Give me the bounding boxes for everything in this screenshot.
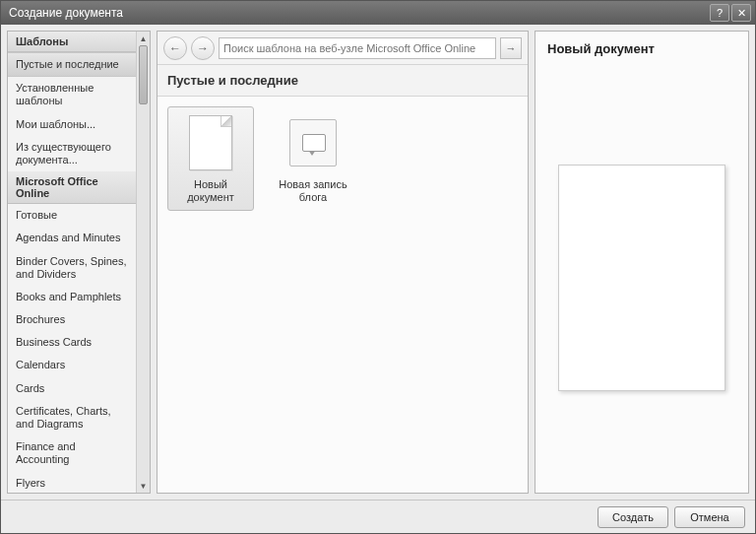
sidebar-item-books[interactable]: Books and Pamphlets (8, 286, 136, 308)
templates-area: Новый документ Новая запись блога (158, 97, 528, 493)
template-new-blog-post[interactable]: Новая запись блога (270, 106, 356, 211)
template-new-document[interactable]: Новый документ (167, 106, 254, 211)
search-go-button[interactable]: → (500, 37, 522, 59)
sidebar-item-business-cards[interactable]: Business Cards (8, 331, 136, 354)
template-label: Новая запись блога (275, 178, 351, 204)
new-document-dialog: Создание документа ? ✕ Шаблоны Пустые и … (0, 0, 756, 534)
preview-area (536, 62, 748, 493)
scroll-up-icon[interactable]: ▲ (137, 32, 150, 45)
sidebar-item-certificates[interactable]: Certificates, Charts, and Diagrams (8, 400, 136, 435)
scroll-down-icon[interactable]: ▼ (137, 479, 150, 493)
sidebar-item-installed-templates[interactable]: Установленные шаблоны (8, 77, 136, 112)
sidebar-item-brochures[interactable]: Brochures (8, 308, 136, 331)
search-box[interactable] (219, 37, 496, 59)
window-title: Создание документа (9, 6, 708, 20)
center-toolbar: ← → → (158, 32, 528, 65)
center-panel: ← → → Пустые и последние Новый документ … (157, 31, 529, 494)
create-button[interactable]: Создать (598, 506, 668, 528)
search-input[interactable] (223, 42, 491, 54)
sidebar-item-blank-recent[interactable]: Пустые и последние (8, 52, 136, 77)
sidebar-item-finance[interactable]: Finance and Accounting (8, 435, 136, 471)
sidebar: Шаблоны Пустые и последние Установленные… (7, 31, 151, 494)
nav-back-button[interactable]: ← (163, 36, 187, 60)
blog-icon (287, 113, 339, 172)
arrow-right-icon: → (197, 41, 209, 55)
arrow-right-icon: → (506, 42, 517, 54)
sidebar-item-agendas[interactable]: Agendas and Minutes (8, 227, 136, 249)
sidebar-scrollbar[interactable]: ▲ ▼ (136, 32, 150, 493)
sidebar-header-templates: Шаблоны (8, 32, 136, 52)
template-label: Новый документ (172, 178, 249, 204)
sidebar-item-from-existing[interactable]: Из существующего документа... (8, 136, 136, 171)
sidebar-item-flyers[interactable]: Flyers (8, 472, 136, 493)
help-button[interactable]: ? (710, 4, 729, 22)
preview-page (558, 165, 725, 391)
document-icon (185, 113, 236, 172)
cancel-button[interactable]: Отмена (674, 506, 745, 528)
nav-forward-button[interactable]: → (191, 36, 215, 60)
arrow-left-icon: ← (169, 41, 181, 55)
titlebar: Создание документа ? ✕ (1, 1, 755, 25)
sidebar-item-binder[interactable]: Binder Covers, Spines, and Dividers (8, 250, 136, 286)
sidebar-item-calendars[interactable]: Calendars (8, 354, 136, 376)
close-button[interactable]: ✕ (731, 4, 751, 22)
dialog-body: Шаблоны Пустые и последние Установленные… (1, 25, 755, 500)
preview-panel: Новый документ (535, 31, 749, 494)
dialog-footer: Создать Отмена (1, 500, 755, 533)
sidebar-list: Шаблоны Пустые и последние Установленные… (8, 32, 136, 493)
section-header: Пустые и последние (158, 65, 528, 97)
sidebar-item-featured[interactable]: Готовые (8, 204, 136, 227)
sidebar-item-my-templates[interactable]: Мои шаблоны... (8, 113, 136, 136)
sidebar-header-office-online: Microsoft Office Online (8, 171, 136, 204)
sidebar-item-cards[interactable]: Cards (8, 377, 136, 400)
preview-title: Новый документ (536, 32, 748, 62)
scroll-thumb[interactable] (139, 45, 148, 104)
